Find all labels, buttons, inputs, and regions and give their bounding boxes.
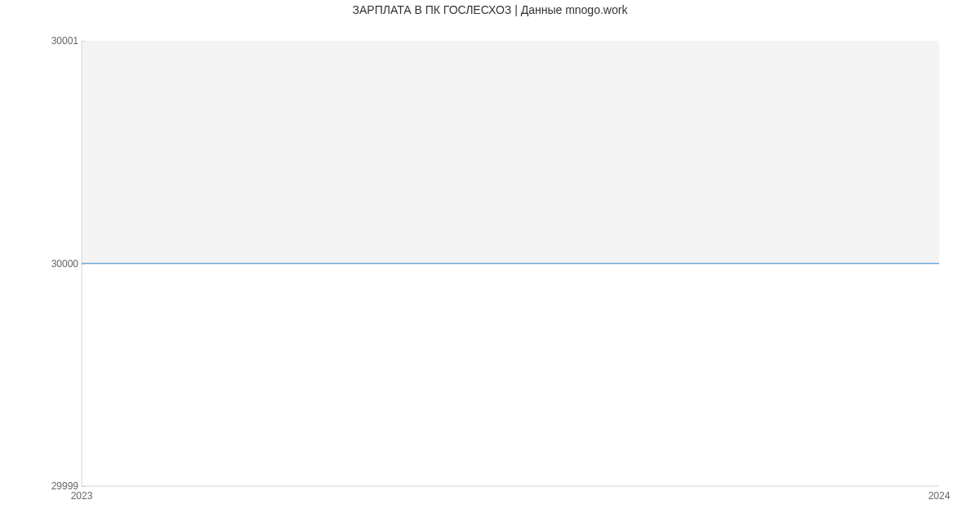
ytick-label: 30001 xyxy=(51,35,78,47)
xtick-label: 2024 xyxy=(929,490,951,502)
plot-bg-upper xyxy=(82,41,939,264)
ytick-label: 30000 xyxy=(51,258,78,270)
plot-bg-lower xyxy=(82,264,939,487)
tick-mark-icon xyxy=(82,264,85,265)
tick-mark-icon xyxy=(82,41,85,42)
ytick-text: 30001 xyxy=(51,35,78,47)
ytick-text: 30000 xyxy=(51,258,78,270)
salary-line-chart: ЗАРПЛАТА В ПК ГОСЛЕСХОЗ | Данные mnogo.w… xyxy=(0,0,980,531)
plot-area xyxy=(82,41,939,486)
plot-svg xyxy=(82,41,939,486)
xtick-label: 2023 xyxy=(71,490,93,502)
tick-mark-icon xyxy=(82,486,85,487)
chart-title: ЗАРПЛАТА В ПК ГОСЛЕСХОЗ | Данные mnogo.w… xyxy=(0,3,980,16)
